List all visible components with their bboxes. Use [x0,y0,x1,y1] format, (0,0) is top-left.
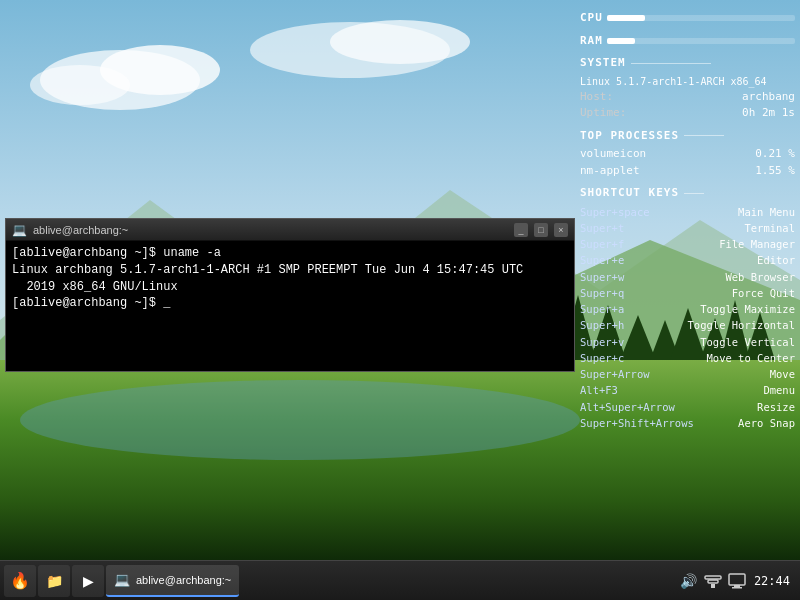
taskbar-files-button[interactable]: 📁 [38,565,70,597]
volume-icon[interactable]: 🔊 [680,572,698,590]
top-processes-title: TOP PROCESSES [580,128,679,145]
ram-section: RAM [580,33,795,50]
uptime-label: Uptime: [580,105,626,122]
shortcut-row-13: Super+Shift+Arrows Aero Snap [580,415,795,431]
taskbar-terminal-icon: 💻 [114,572,130,587]
conky-panel: CPU RAM SYSTEM Linux 5.1.7-arch1-1-ARCH … [580,10,795,437]
svg-rect-22 [729,574,745,585]
terminal-title: ablive@archbang:~ [33,224,508,236]
network-icon[interactable] [704,572,722,590]
cpu-section: CPU [580,10,795,27]
ram-bar-bg [607,38,795,44]
taskbar-system-icons: 🔊 [674,572,752,590]
svg-rect-24 [732,587,742,589]
process-row-1: nm-applet 1.55 % [580,163,795,180]
process-name-0: volumeicon [580,146,646,163]
host-label: Host: [580,89,613,106]
cpu-label: CPU [580,10,603,27]
shortcut-row-2: Super+f File Manager [580,236,795,252]
shortcuts-divider [684,193,704,194]
taskbar-play-button[interactable]: ▶ [72,565,104,597]
terminal-line-3: [ablive@archbang ~]$ _ [12,295,568,312]
shortcut-row-11: Alt+F3 Dmenu [580,382,795,398]
svg-point-3 [30,65,130,105]
ram-label: RAM [580,33,603,50]
system-section: SYSTEM Linux 5.1.7-arch1-1-ARCH x86_64 H… [580,55,795,122]
ram-bar [607,38,635,44]
shortcut-row-8: Super+v Toggle Vertical [580,334,795,350]
process-pct-1: 1.55 % [755,163,795,180]
display-icon[interactable] [728,572,746,590]
shortcut-row-6: Super+a Toggle Maximize [580,301,795,317]
top-divider [684,135,724,136]
host-row: Host: archbang [580,89,795,106]
svg-rect-20 [708,580,718,583]
cpu-bar [607,15,645,21]
shortcut-row-3: Super+e Editor [580,252,795,268]
terminal-line-2: 2019 x86_64 GNU/Linux [12,279,568,296]
taskbar-terminal-button[interactable]: 💻 ablive@archbang:~ [106,565,239,597]
shortcuts-title: SHORTCUT KEYS [580,185,679,202]
taskbar-time: 22:44 [754,574,796,588]
terminal-maximize-button[interactable]: □ [534,223,548,237]
svg-point-5 [330,20,470,64]
terminal-line-0: [ablive@archbang ~]$ uname -a [12,245,568,262]
system-os: Linux 5.1.7-arch1-1-ARCH x86_64 [580,74,795,89]
shortcut-row-4: Super+w Web Browser [580,269,795,285]
svg-rect-23 [734,585,740,587]
shortcut-row-1: Super+t Terminal [580,220,795,236]
terminal-content[interactable]: [ablive@archbang ~]$ uname -a Linux arch… [6,241,574,371]
svg-rect-19 [711,584,715,588]
shortcut-row-10: Super+Arrow Move [580,366,795,382]
taskbar-terminal-label: ablive@archbang:~ [136,574,231,586]
svg-point-18 [20,380,580,460]
taskbar: 🔥 📁 ▶ 💻 ablive@archbang:~ 🔊 22:44 [0,560,800,600]
shortcut-row-0: Super+space Main Menu [580,204,795,220]
shortcut-row-9: Super+c Move to Center [580,350,795,366]
shortcuts-section: SHORTCUT KEYS Super+space Main Menu Supe… [580,185,795,431]
top-processes-section: TOP PROCESSES volumeicon 0.21 % nm-apple… [580,128,795,180]
system-divider [631,63,711,64]
desktop: CPU RAM SYSTEM Linux 5.1.7-arch1-1-ARCH … [0,0,800,560]
taskbar-menu-button[interactable]: 🔥 [4,565,36,597]
terminal-minimize-button[interactable]: _ [514,223,528,237]
terminal-title-icon: 💻 [12,223,27,237]
terminal-titlebar: 💻 ablive@archbang:~ _ □ × [6,219,574,241]
uptime-value: 0h 2m 1s [742,105,795,122]
uptime-row: Uptime: 0h 2m 1s [580,105,795,122]
shortcut-row-5: Super+q Force Quit [580,285,795,301]
cpu-bar-bg [607,15,795,21]
terminal-line-1: Linux archbang 5.1.7-arch1-1-ARCH #1 SMP… [12,262,568,279]
process-name-1: nm-applet [580,163,640,180]
svg-rect-21 [705,576,721,579]
process-pct-0: 0.21 % [755,146,795,163]
terminal-window: 💻 ablive@archbang:~ _ □ × [ablive@archba… [5,218,575,372]
terminal-close-button[interactable]: × [554,223,568,237]
system-title: SYSTEM [580,55,626,72]
shortcut-row-12: Alt+Super+Arrow Resize [580,399,795,415]
shortcut-row-7: Super+h Toggle Horizontal [580,317,795,333]
process-row-0: volumeicon 0.21 % [580,146,795,163]
host-value: archbang [742,89,795,106]
